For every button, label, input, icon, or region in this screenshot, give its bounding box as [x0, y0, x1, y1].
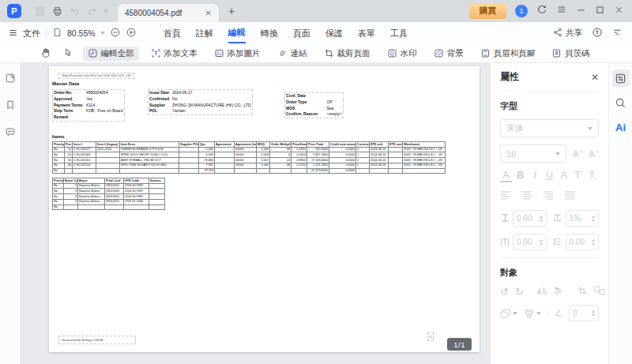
add-text-button[interactable]: 添加文本 — [146, 47, 202, 61]
ai-assistant-button[interactable]: Ai — [612, 118, 630, 136]
table-row[interactable]: No3Rowena Malros930103182106.90.9987 — [53, 189, 165, 194]
font-size-select[interactable]: 16 — [500, 144, 566, 163]
underline-button[interactable]: U — [544, 170, 555, 182]
add-image-button[interactable]: 添加圖片 — [209, 47, 265, 61]
close-panel-icon[interactable]: ✕ — [591, 72, 599, 83]
char-spacing-input[interactable]: 0.00 — [513, 210, 547, 227]
table-row[interactable]: Issue Date2024-06-17 — [149, 90, 253, 96]
user-avatar[interactable]: 1 — [515, 5, 528, 17]
table-row[interactable]: No3Rowena Malros930103152106.90.9987 — [53, 183, 165, 189]
table-row[interactable]: SupplierZHONG JIA MANUFACTURE (HK) CO., … — [149, 103, 253, 109]
document-tab[interactable]: 4580004054.pdf ✕ — [118, 4, 219, 22]
edit-all-button[interactable]: 編輯全部 — [83, 47, 139, 61]
tab-home[interactable]: 首頁 — [164, 24, 181, 43]
print-icon[interactable] — [51, 6, 63, 17]
decrease-font-size-button[interactable]: A˅ — [589, 149, 599, 159]
history-dropdown-icon[interactable] — [103, 9, 108, 13]
zoom-out-icon[interactable] — [110, 27, 121, 39]
tab-annotate[interactable]: 註解 — [196, 24, 213, 43]
hand-tool-icon[interactable] — [38, 46, 54, 62]
search-icon[interactable] — [612, 94, 630, 111]
redo-icon[interactable] — [86, 6, 98, 17]
tab-edit[interactable]: 編輯 — [228, 23, 246, 43]
crop-object-icon[interactable] — [577, 286, 588, 297]
table-row[interactable]: No401-90-201510SPKL PINK SUGAR POUCH 4BG… — [53, 163, 446, 168]
tab-convert[interactable]: 轉換 — [261, 24, 278, 43]
bold-button[interactable]: B — [514, 170, 526, 182]
highlight-button[interactable]: A — [558, 170, 570, 182]
buy-button[interactable]: 購買 — [469, 3, 506, 19]
horizontal-scale-input[interactable]: 1% — [566, 210, 600, 227]
replace-object-icon[interactable] — [594, 286, 605, 297]
save-icon[interactable] — [34, 6, 46, 17]
font-family-select[interactable]: 宋体 — [500, 119, 599, 137]
properties-panel-toggle[interactable] — [612, 69, 630, 87]
table-row[interactable]: No201-90-201460SPRK GOLD SHORT XCELL COL… — [53, 152, 446, 158]
tab-close-icon[interactable]: ✕ — [205, 9, 212, 17]
tab-tools[interactable]: 工具 — [390, 24, 408, 43]
crop-page-button[interactable]: 裁剪頁面 — [319, 47, 375, 61]
maximize-icon[interactable] — [595, 4, 605, 18]
zoom-level[interactable]: 80.55% — [67, 28, 96, 38]
table-row[interactable]: ApprovedYes — [53, 96, 125, 103]
subscript-button[interactable]: T, — [587, 170, 599, 182]
pdf-page[interactable]: Witten|Purchase Order Elsa Iran| 19.06.2… — [49, 66, 480, 352]
table-row[interactable]: ConfirmedNo — [149, 96, 253, 103]
stepper-icon[interactable] — [540, 216, 543, 222]
sync-icon[interactable] — [536, 4, 547, 18]
table-row[interactable]: No — [53, 205, 165, 210]
flip-vertical-icon[interactable] — [554, 286, 565, 297]
align-right-icon[interactable] — [543, 190, 554, 201]
item-details-table[interactable]: PriorityBuyer CodeBuyerProd. LineHTS Cod… — [52, 178, 165, 210]
watermark-button[interactable]: 水印 — [382, 47, 422, 61]
table-row[interactable]: POLYantian — [149, 108, 253, 114]
undo-icon[interactable] — [69, 6, 81, 17]
table-row[interactable]: Order-No.4580004054 — [53, 90, 125, 96]
master-data-column-3[interactable]: Conf. DateOrder TypeOPMOSSeaConfirm. Rea… — [284, 92, 344, 118]
main-menu-icon[interactable] — [556, 4, 567, 18]
master-data-column-1[interactable]: Order-No.4580004054ApprovedYesPayment Te… — [52, 89, 125, 122]
tab-protect[interactable]: 保護 — [325, 24, 343, 43]
header-footer-button[interactable]: 頁眉和頁腳 — [476, 47, 540, 61]
share-button[interactable]: 共享 — [553, 28, 582, 39]
table-row[interactable]: No301-90-201501ASST EYEBALL THD BX 3CT19… — [53, 158, 446, 163]
increase-font-size-button[interactable]: A˄ — [573, 149, 582, 159]
align-center-icon[interactable] — [521, 190, 532, 201]
select-tool-icon[interactable] — [61, 46, 76, 61]
align-justify-icon[interactable] — [564, 190, 575, 201]
stepper-icon[interactable] — [592, 216, 595, 222]
rotate-left-icon[interactable]: ↺ — [500, 287, 509, 297]
bates-number-button[interactable]: 貝茨碼 — [547, 47, 595, 61]
file-menu[interactable]: 文件 — [23, 28, 40, 39]
stepper-icon[interactable] — [592, 310, 595, 317]
table-row[interactable]: Remark — [53, 114, 125, 121]
doc-page-number[interactable]: 1 — [427, 332, 434, 341]
table-row[interactable]: No3Rowena Malros930103022106.90.9987 — [53, 194, 165, 200]
collapse-toolbar-icon[interactable] — [612, 28, 623, 39]
superscript-button[interactable]: T' — [573, 170, 585, 182]
table-row[interactable]: Ship TermFOB - Free on Board — [53, 108, 125, 114]
minimize-icon[interactable] — [576, 4, 586, 18]
stepper-icon[interactable] — [592, 239, 595, 246]
font-color-button[interactable]: A — [500, 170, 512, 182]
page-fit-icon[interactable] — [52, 27, 62, 39]
table-row[interactable]: No37,11622,223.82000.0000 — [53, 168, 446, 174]
arrange-layer-button[interactable] — [500, 309, 517, 318]
align-objects-button[interactable] — [524, 309, 541, 318]
zoom-dropdown-icon[interactable] — [100, 32, 105, 35]
link-button[interactable]: 連結 — [273, 47, 312, 61]
rotation-angle-input[interactable]: 0 — [569, 305, 599, 321]
table-row[interactable]: No101-90-2000772001-2026GREEN NONPAREILS… — [53, 147, 446, 152]
tab-page[interactable]: 頁面 — [293, 24, 310, 43]
align-left-icon[interactable] — [500, 190, 511, 201]
table-row[interactable]: MOSSea — [285, 106, 344, 112]
doc-footer-note[interactable]: Generated by Setlog's OSCA — [58, 336, 136, 344]
zoom-in-icon[interactable] — [126, 27, 137, 39]
master-data-column-2[interactable]: Issue Date2024-06-17ConfirmedNoSupplierZ… — [148, 89, 253, 115]
line-spacing-input[interactable]: 0.00 — [566, 234, 600, 250]
stepper-icon[interactable] — [540, 239, 543, 246]
table-row[interactable]: Payment TermsK114 — [53, 103, 125, 109]
comments-panel-icon[interactable] — [5, 126, 16, 141]
background-button[interactable]: 背景 — [429, 47, 468, 61]
cloud-upload-icon[interactable] — [592, 27, 603, 39]
